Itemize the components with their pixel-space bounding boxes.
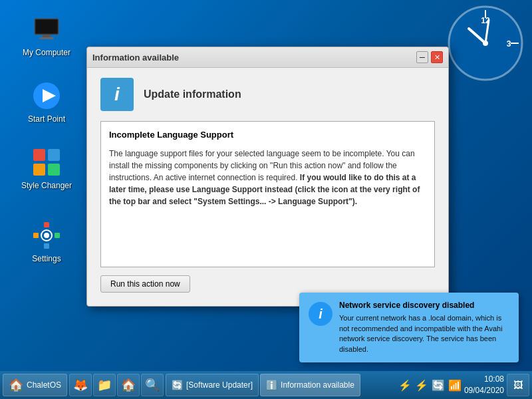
message-body: The language support files for your sele… — [109, 148, 426, 207]
bolt-icon-2: ⚡ — [415, 379, 428, 392]
taskbar-apps: 🔄 [Software Updater] ℹ️ Information avai… — [166, 374, 360, 396]
taskbar-home-icon[interactable]: 🏠 — [117, 374, 140, 396]
svg-text:3: 3 — [507, 39, 511, 49]
svg-rect-18 — [44, 222, 49, 227]
network-notification: i Network service discovery disabled You… — [299, 293, 519, 362]
desktop-icon-settings[interactable]: Settings — [20, 219, 73, 263]
info-label: Information available — [281, 380, 354, 390]
svg-rect-17 — [48, 164, 60, 176]
info-icon-large: i — [100, 78, 134, 111]
updater-label: [Software Updater] — [186, 380, 253, 390]
startpoint-icon-label: Start Point — [28, 114, 65, 124]
stylechanger-icon-label: Style Changer — [21, 181, 72, 190]
svg-rect-16 — [33, 164, 45, 176]
taskbar: 🏠 ChaletOS 🦊 📁 🏠 🔍 🔄 [Software Updater] … — [0, 371, 532, 399]
svg-rect-21 — [55, 233, 60, 238]
clock-date: 09/04/2020 — [464, 385, 504, 396]
svg-rect-15 — [48, 149, 60, 161]
dialog-close-button[interactable]: ✕ — [431, 51, 443, 63]
settings-icon — [31, 219, 63, 251]
svg-rect-9 — [36, 20, 57, 33]
taskbar-browser-icon[interactable]: 🦊 — [69, 374, 92, 396]
taskbar-right: ⚡ ⚡ 🔄 📶 10:08 09/04/2020 🖼 — [398, 374, 529, 396]
computer-icon-label: My Computer — [23, 48, 70, 57]
desktop: 12 3 My Computer Start Point — [0, 0, 532, 399]
dialog-content: i Update information Incomplete Language… — [87, 68, 448, 306]
dialog-minimize-button[interactable]: ─ — [416, 51, 428, 63]
stylechanger-icon — [31, 146, 63, 178]
svg-point-7 — [483, 41, 488, 46]
desktop-icon-my-computer[interactable]: My Computer — [20, 13, 73, 57]
dialog-titlebar: Information available ─ ✕ — [87, 47, 448, 68]
notify-content: Network service discovery disabled Your … — [339, 301, 509, 354]
main-dialog: Information available ─ ✕ i Update infor… — [86, 47, 449, 307]
computer-icon — [31, 13, 63, 45]
svg-rect-20 — [33, 233, 39, 238]
startpoint-icon — [31, 80, 63, 112]
dialog-header-title: Update information — [144, 88, 241, 100]
clock-widget: 12 3 — [446, 3, 525, 83]
taskbar-search-icon[interactable]: 🔍 — [141, 374, 164, 396]
bolt-icon-1: ⚡ — [398, 379, 412, 392]
svg-rect-11 — [39, 37, 54, 39]
desktop-icon-start-point[interactable]: Start Point — [20, 80, 73, 124]
start-label: ChaletOS — [27, 380, 61, 390]
notify-info-icon: i — [309, 302, 332, 326]
start-icon: 🏠 — [9, 378, 23, 392]
taskbar-wallpaper-icon[interactable]: 🖼 — [507, 374, 529, 396]
updater-icon: 🔄 — [172, 380, 183, 390]
dialog-header: i Update information — [100, 78, 435, 111]
notify-title: Network service discovery disabled — [339, 301, 509, 310]
taskbar-app-updater[interactable]: 🔄 [Software Updater] — [166, 374, 259, 396]
taskbar-files-icon[interactable]: 📁 — [93, 374, 116, 396]
signal-icon: 📶 — [448, 379, 462, 392]
svg-rect-10 — [43, 35, 51, 37]
info-taskbar-icon: ℹ️ — [266, 380, 277, 390]
taskbar-start-button[interactable]: 🏠 ChaletOS — [3, 374, 67, 396]
svg-rect-14 — [33, 149, 45, 161]
svg-rect-19 — [44, 243, 49, 249]
run-action-button[interactable]: Run this action now — [100, 275, 190, 293]
desktop-icon-style-changer[interactable]: Style Changer — [20, 146, 73, 190]
sync-icon: 🔄 — [432, 379, 445, 392]
dialog-title-buttons: ─ ✕ — [416, 51, 443, 63]
settings-icon-label: Settings — [32, 254, 61, 263]
system-tray: ⚡ ⚡ 🔄 📶 — [398, 379, 462, 392]
message-box: Incomplete Language Support The language… — [100, 121, 435, 267]
message-title: Incomplete Language Support — [109, 130, 426, 140]
svg-point-23 — [44, 233, 49, 238]
notify-body: Your current network has a .local domain… — [339, 313, 509, 354]
clock-display[interactable]: 10:08 09/04/2020 — [464, 374, 504, 396]
clock-time: 10:08 — [464, 374, 504, 385]
taskbar-app-info[interactable]: ℹ️ Information available — [260, 374, 360, 396]
taskbar-quick-launch: 🦊 📁 🏠 🔍 — [69, 374, 164, 396]
dialog-title: Information available — [92, 53, 179, 63]
